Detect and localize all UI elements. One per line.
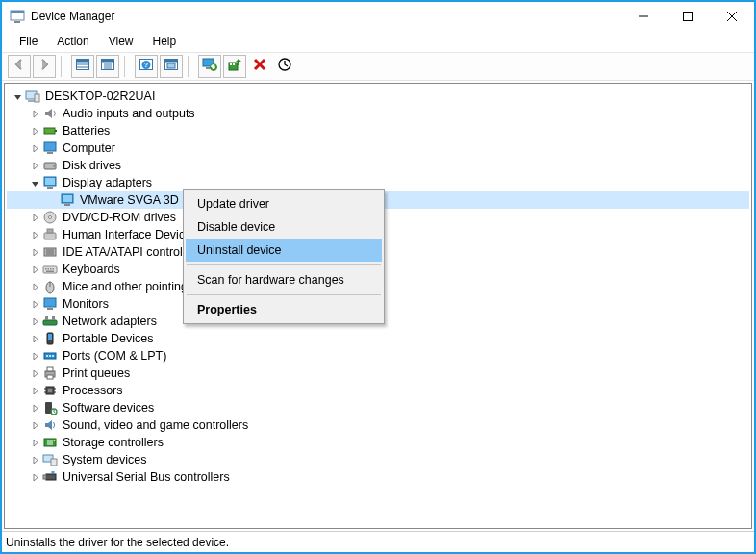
expand-icon[interactable] xyxy=(28,436,41,449)
expand-icon[interactable] xyxy=(28,280,41,293)
tree-node-label: Processors xyxy=(61,383,125,398)
expand-icon[interactable] xyxy=(28,349,41,363)
expand-icon[interactable] xyxy=(28,470,41,484)
tree-node[interactable]: DESKTOP-02R2UAI xyxy=(7,88,749,105)
expand-icon[interactable] xyxy=(28,453,41,466)
svg-rect-20 xyxy=(165,60,178,63)
toolbar-enable-button[interactable] xyxy=(223,55,246,78)
collapse-icon[interactable] xyxy=(28,176,41,189)
svg-rect-37 xyxy=(47,152,53,154)
context-menu-separator xyxy=(187,294,381,295)
tree-node[interactable]: Software devices xyxy=(7,399,749,416)
tree-node[interactable]: System devices xyxy=(7,451,749,468)
svg-rect-74 xyxy=(47,367,53,371)
tree-node[interactable]: Print queues xyxy=(7,365,749,382)
tree-node[interactable]: Universal Serial Bus controllers xyxy=(7,468,749,486)
svg-rect-36 xyxy=(44,142,56,151)
svg-point-39 xyxy=(53,165,55,167)
svg-rect-89 xyxy=(43,475,46,479)
expand-icon[interactable] xyxy=(28,366,41,380)
expand-icon[interactable] xyxy=(28,107,41,120)
svg-rect-41 xyxy=(45,178,55,185)
svg-rect-77 xyxy=(48,389,52,392)
svg-rect-42 xyxy=(47,187,53,189)
tree-node-label: Portable Devices xyxy=(61,331,156,346)
expand-icon[interactable] xyxy=(28,384,41,397)
toolbar-uninstall-button[interactable] xyxy=(248,55,271,78)
audio-icon xyxy=(42,106,58,121)
tree-node[interactable]: Disk drives xyxy=(7,157,749,174)
expand-icon[interactable] xyxy=(28,159,41,172)
expand-icon[interactable] xyxy=(28,401,41,415)
menu-help[interactable]: Help xyxy=(145,33,185,50)
tree-node-label: Computer xyxy=(61,140,117,156)
svg-rect-87 xyxy=(51,459,57,466)
tree-node-label: Disk drives xyxy=(61,158,123,173)
tree-node-label: Keyboards xyxy=(61,262,122,277)
svg-rect-34 xyxy=(44,128,55,134)
expand-icon[interactable] xyxy=(28,211,41,224)
board-up-icon xyxy=(227,57,242,76)
tree-node[interactable]: Processors xyxy=(7,382,749,399)
tree-node[interactable]: Audio inputs and outputs xyxy=(7,105,749,122)
window-table-icon xyxy=(75,57,90,76)
expand-icon[interactable] xyxy=(28,315,41,328)
context-menu-item[interactable]: Scan for hardware changes xyxy=(186,268,382,291)
context-menu-item[interactable]: Update driver xyxy=(186,192,382,215)
expand-icon[interactable] xyxy=(28,124,41,138)
menu-view[interactable]: View xyxy=(101,33,141,50)
menu-file[interactable]: File xyxy=(12,33,45,50)
tree-node-label: Monitors xyxy=(61,296,111,312)
tree-node[interactable]: Ports (COM & LPT) xyxy=(7,347,749,365)
tree-node[interactable]: Computer xyxy=(7,139,749,157)
tree-node-label: Network adapters xyxy=(61,314,159,329)
svg-point-47 xyxy=(49,216,52,219)
svg-rect-75 xyxy=(47,375,53,379)
expand-icon[interactable] xyxy=(28,228,41,241)
context-menu-item[interactable]: Uninstall device xyxy=(186,239,382,262)
toolbar-show-hidden-button[interactable] xyxy=(71,55,94,78)
expand-icon[interactable] xyxy=(28,263,41,276)
arrow-right-icon xyxy=(37,57,52,76)
device-tree-pane[interactable]: DESKTOP-02R2UAIAudio inputs and outputsB… xyxy=(4,83,752,529)
toolbar-nav-forward-button[interactable] xyxy=(33,55,56,78)
expand-icon[interactable] xyxy=(28,418,41,432)
tree-node[interactable]: Sound, video and game controllers xyxy=(7,416,749,434)
tree-node[interactable]: Portable Devices xyxy=(7,330,749,347)
toolbar-help-button[interactable]: ? xyxy=(135,55,158,78)
toolbar-nav-back-button[interactable] xyxy=(8,55,31,78)
context-menu-item[interactable]: Disable device xyxy=(186,215,382,239)
close-button[interactable] xyxy=(710,2,754,31)
expand-icon[interactable] xyxy=(28,245,41,259)
svg-rect-12 xyxy=(102,60,114,63)
menu-action[interactable]: Action xyxy=(49,33,96,50)
svg-rect-68 xyxy=(48,334,52,340)
window-list-icon xyxy=(100,57,115,76)
toolbar-properties-button[interactable] xyxy=(96,55,119,78)
expand-icon[interactable] xyxy=(28,332,41,345)
minimize-button[interactable] xyxy=(621,2,666,31)
maximize-button[interactable] xyxy=(666,2,710,31)
context-menu-separator xyxy=(187,264,381,265)
expand-icon[interactable] xyxy=(28,297,41,311)
svg-rect-45 xyxy=(64,204,70,206)
toolbar-update-driver-button[interactable] xyxy=(198,55,221,78)
ide-icon xyxy=(42,244,58,260)
collapse-icon[interactable] xyxy=(11,89,24,103)
tree-node[interactable]: Storage controllers xyxy=(7,434,749,451)
context-menu-item[interactable]: Properties xyxy=(186,298,382,321)
context-menu: Update driverDisable deviceUninstall dev… xyxy=(183,189,385,324)
svg-rect-33 xyxy=(35,94,39,102)
toolbar-action-1-button[interactable] xyxy=(160,55,183,78)
tree-leaf-spacer xyxy=(45,193,59,207)
tree-node-label: Display adapters xyxy=(61,175,154,190)
svg-rect-8 xyxy=(77,60,89,63)
toolbar-scan-button[interactable] xyxy=(273,55,296,78)
tree-node[interactable]: Batteries xyxy=(7,122,749,139)
svg-rect-21 xyxy=(167,63,175,68)
computer-root-icon xyxy=(25,88,40,104)
tree-node-label: Ports (COM & LPT) xyxy=(61,348,168,364)
expand-icon[interactable] xyxy=(28,141,41,155)
svg-point-72 xyxy=(52,355,54,357)
svg-text:?: ? xyxy=(144,62,148,68)
